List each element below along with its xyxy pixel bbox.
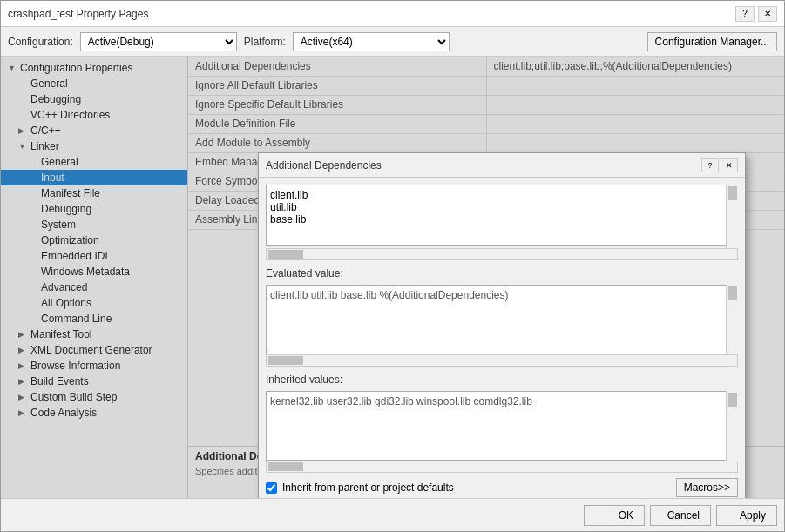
cancel-button[interactable]: Cancel [650, 505, 711, 526]
inherited-hscroll-thumb [268, 462, 303, 471]
modal-help-button[interactable]: ? [701, 158, 719, 172]
inherited-vscroll-thumb [728, 393, 737, 407]
apply-button[interactable]: Apply [716, 505, 777, 526]
hscroll-thumb [268, 250, 303, 259]
inherited-vscroll[interactable] [726, 391, 738, 461]
edit-vscroll[interactable] [726, 185, 738, 248]
title-bar-right: ? ✕ [735, 6, 777, 22]
inherit-checkbox-label: Inherit from parent or project defaults [282, 481, 454, 494]
inherited-values-box: kernel32.lib user32.lib gdi32.lib winspo… [266, 391, 738, 461]
evaluated-value-box: client.lib util.lib base.lib %(Additiona… [266, 285, 738, 354]
dependencies-input[interactable] [266, 185, 738, 246]
hscrollbar[interactable] [266, 248, 738, 260]
modal-title-buttons: ? ✕ [701, 158, 738, 172]
toolbar: Configuration: Active(Debug) Platform: A… [1, 27, 784, 57]
title-bar: crashpad_test Property Pages ? ✕ [1, 1, 784, 27]
checkbox-row: Inherit from parent or project defaults … [266, 478, 738, 497]
inherited-hscrollbar[interactable] [266, 461, 738, 473]
config-label: Configuration: [8, 36, 73, 48]
eval-hscrollbar[interactable] [266, 354, 738, 367]
eval-hscroll-thumb [268, 356, 303, 365]
macros-button[interactable]: Macros>> [676, 478, 738, 497]
evaluated-label: Evaluated value: [266, 267, 738, 279]
modal-close-button[interactable]: ✕ [721, 158, 738, 172]
main-footer: OK Cancel Apply [1, 498, 784, 531]
vscroll-thumb [728, 186, 737, 200]
inherit-checkbox[interactable] [266, 482, 277, 494]
main-content: ▼Configuration PropertiesGeneralDebuggin… [1, 57, 784, 498]
config-select[interactable]: Active(Debug) [80, 32, 237, 51]
modal-overlay: Additional Dependencies ? ✕ [1, 57, 784, 498]
modal-title: Additional Dependencies [266, 159, 382, 172]
title-bar-left: crashpad_test Property Pages [8, 8, 148, 20]
main-window: crashpad_test Property Pages ? ✕ Configu… [0, 0, 785, 532]
config-manager-button[interactable]: Configuration Manager... [647, 32, 777, 51]
modal-title-bar: Additional Dependencies ? ✕ [259, 153, 745, 178]
edit-area-wrapper [266, 185, 738, 248]
help-button[interactable]: ? [735, 6, 755, 22]
eval-vscroll-thumb [728, 286, 737, 300]
platform-select[interactable]: Active(x64) [293, 32, 450, 51]
eval-vscroll[interactable] [726, 285, 738, 354]
platform-label: Platform: [244, 36, 286, 48]
inherited-label: Inherited values: [266, 374, 738, 386]
ok-button[interactable]: OK [584, 505, 645, 526]
close-button[interactable]: ✕ [758, 6, 777, 22]
modal-dialog: Additional Dependencies ? ✕ [258, 152, 746, 498]
window-title: crashpad_test Property Pages [8, 8, 148, 20]
modal-body: Evaluated value: client.lib util.lib bas… [259, 178, 745, 498]
